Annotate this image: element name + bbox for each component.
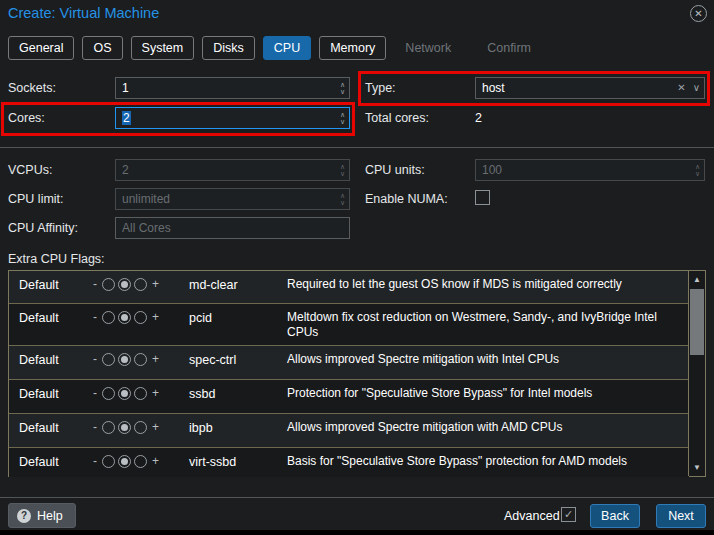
flag-minus[interactable]: -: [91, 352, 99, 366]
sockets-spinner[interactable]: ∧∨: [340, 79, 345, 97]
flag-tristate-slider[interactable]: - +: [91, 386, 161, 400]
clear-icon[interactable]: ✕: [677, 78, 685, 98]
flag-radio-on[interactable]: [134, 387, 147, 400]
total-cores-value: 2: [475, 111, 482, 125]
flag-description: Basis for "Speculative Store Bypass" pro…: [287, 454, 679, 469]
flag-minus[interactable]: -: [91, 310, 99, 324]
spinner-up-icon[interactable]: ∧: [340, 111, 345, 118]
flag-radio-off[interactable]: [102, 387, 115, 400]
spinner-down-icon[interactable]: ∨: [340, 118, 345, 125]
flag-plus[interactable]: +: [150, 454, 161, 468]
flag-tristate-slider[interactable]: - +: [91, 454, 161, 468]
flag-radio-on[interactable]: [134, 455, 147, 468]
flag-description: Protection for "Speculative Store Bypass…: [287, 386, 679, 401]
chevron-down-icon[interactable]: ∨: [693, 78, 700, 98]
flag-radio-default[interactable]: [118, 353, 131, 366]
flag-tristate-slider[interactable]: - +: [91, 352, 161, 366]
flag-name: spec-ctrl: [189, 353, 236, 367]
flag-plus[interactable]: +: [150, 386, 161, 400]
spinner-up-icon: ∧: [695, 163, 700, 170]
spinner-down-icon: ∨: [695, 170, 700, 177]
cpu-limit-spinner: ∧∨: [340, 190, 345, 208]
flag-radio-off[interactable]: [102, 455, 115, 468]
cores-field[interactable]: 2 ∧∨: [115, 107, 350, 129]
spinner-down-icon[interactable]: ∨: [340, 88, 345, 95]
tab-system[interactable]: System: [131, 36, 195, 60]
cpu-affinity-input[interactable]: [115, 217, 350, 239]
flag-radio-off[interactable]: [102, 311, 115, 324]
flag-description: Allows improved Spectre mitigation with …: [287, 420, 679, 435]
sockets-field[interactable]: 1 ∧∨: [115, 77, 350, 99]
cpu-flags-table: Default - + md-clear Required to let the…: [8, 270, 706, 477]
enable-numa-checkbox[interactable]: [475, 190, 490, 205]
flag-minus[interactable]: -: [91, 420, 99, 434]
flag-tristate-slider[interactable]: - +: [91, 277, 161, 291]
check-icon: ✓: [564, 508, 573, 520]
flag-radio-off[interactable]: [102, 278, 115, 291]
flag-radio-off[interactable]: [102, 421, 115, 434]
tab-general[interactable]: General: [8, 36, 74, 60]
cpu-units-value: 100: [482, 163, 502, 177]
cores-spinner[interactable]: ∧∨: [340, 109, 345, 127]
flag-radio-default[interactable]: [118, 311, 131, 324]
flag-row-pcid: Default - + pcid Meltdown fix cost reduc…: [9, 304, 689, 346]
flag-row-md-clear: Default - + md-clear Required to let the…: [9, 271, 689, 304]
flag-radio-default[interactable]: [118, 421, 131, 434]
flag-plus[interactable]: +: [150, 310, 161, 324]
cpu-type-combo[interactable]: host ✕ ∨: [475, 77, 705, 99]
flag-radio-off[interactable]: [102, 353, 115, 366]
spinner-up-icon[interactable]: ∧: [340, 81, 345, 88]
back-button[interactable]: Back: [590, 504, 640, 528]
flag-radio-on[interactable]: [134, 311, 147, 324]
flag-row-virt-ssbd: Default - + virt-ssbd Basis for "Specula…: [9, 448, 689, 477]
extra-cpu-flags-label: Extra CPU Flags:: [8, 252, 105, 266]
scrollbar-thumb[interactable]: [690, 289, 704, 355]
vcpus-label: VCPUs:: [8, 163, 52, 177]
cpu-units-label: CPU units:: [365, 163, 425, 177]
help-icon: ?: [17, 509, 31, 523]
flag-plus[interactable]: +: [150, 420, 161, 434]
flag-plus[interactable]: +: [150, 277, 161, 291]
spinner-down-icon: ∨: [340, 199, 345, 206]
cpu-limit-field: unlimited ∧∨: [115, 188, 350, 210]
footer-divider: [0, 497, 714, 498]
tab-bar: General OS System Disks CPU Memory Netwo…: [8, 36, 556, 60]
spinner-down-icon: ∨: [340, 170, 345, 177]
flag-state: Default: [19, 278, 59, 292]
flag-plus[interactable]: +: [150, 352, 161, 366]
flag-minus[interactable]: -: [91, 454, 99, 468]
flag-description: Meltdown fix cost reduction on Westmere,…: [287, 310, 679, 340]
advanced-label: Advanced: [504, 509, 560, 523]
tab-disks[interactable]: Disks: [202, 36, 255, 60]
cpu-type-value: host: [482, 81, 505, 95]
flag-radio-on[interactable]: [134, 421, 147, 434]
flag-radio-on[interactable]: [134, 353, 147, 366]
flag-tristate-slider[interactable]: - +: [91, 310, 161, 324]
advanced-checkbox[interactable]: ✓: [561, 507, 576, 522]
flag-radio-default[interactable]: [118, 455, 131, 468]
flag-radio-default[interactable]: [118, 278, 131, 291]
help-button[interactable]: ? Help: [8, 503, 76, 528]
next-button[interactable]: Next: [656, 504, 706, 528]
flag-state: Default: [19, 387, 59, 401]
tab-os[interactable]: OS: [82, 36, 122, 60]
cores-label: Cores:: [8, 111, 45, 125]
enable-numa-label: Enable NUMA:: [365, 192, 448, 206]
scroll-down-icon[interactable]: ▼: [689, 459, 705, 476]
tab-cpu[interactable]: CPU: [263, 36, 311, 60]
tab-network: Network: [394, 36, 462, 60]
flag-row-spec-ctrl: Default - + spec-ctrl Allows improved Sp…: [9, 346, 689, 380]
flag-tristate-slider[interactable]: - +: [91, 420, 161, 434]
flag-name: md-clear: [189, 278, 238, 292]
tab-memory[interactable]: Memory: [319, 36, 386, 60]
flag-minus[interactable]: -: [91, 386, 99, 400]
scroll-up-icon[interactable]: ▲: [689, 271, 705, 288]
flag-name: ssbd: [189, 387, 215, 401]
flag-description: Required to let the guest OS know if MDS…: [287, 277, 679, 292]
sockets-value: 1: [122, 81, 129, 95]
flag-radio-on[interactable]: [134, 278, 147, 291]
flag-radio-default[interactable]: [118, 387, 131, 400]
close-icon[interactable]: ✕: [690, 5, 707, 22]
flags-scrollbar[interactable]: ▲ ▼: [688, 271, 705, 476]
flag-minus[interactable]: -: [91, 277, 99, 291]
